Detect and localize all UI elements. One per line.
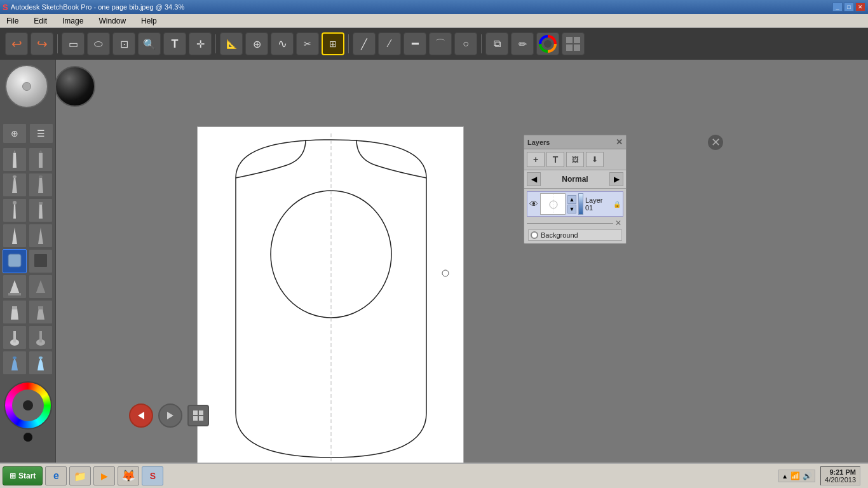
svg-rect-33 [39, 331, 42, 342]
ellipse-button[interactable]: ○ [454, 32, 477, 55]
svg-rect-47 [193, 416, 198, 421]
menu-help[interactable]: Help [137, 15, 161, 27]
symmetry-button[interactable]: ⊕ [245, 32, 268, 55]
crop-button[interactable]: ⊡ [112, 32, 135, 55]
undo-button[interactable]: ↩ [5, 32, 28, 55]
line-button[interactable]: ━ [403, 32, 426, 55]
text-layer-button[interactable]: T [546, 152, 564, 167]
add-layer-button[interactable]: + [527, 152, 545, 167]
layer-opacity-bar[interactable] [578, 193, 583, 215]
brush-size-outer[interactable] [5, 65, 48, 108]
image-layer-button[interactable]: 🖼 [566, 152, 584, 167]
blend-mode-row: ◀ Normal ▶ [524, 170, 626, 189]
marker-button[interactable] [29, 198, 53, 222]
menu-image[interactable]: Image [58, 15, 87, 27]
layer-panel: Layers ✕ + T 🖼 ⬇ ◀ Normal ▶ 👁 [524, 135, 627, 244]
pen-a-button[interactable]: ╱ [353, 32, 376, 55]
special-b-button[interactable] [29, 351, 53, 375]
svg-rect-31 [13, 331, 16, 342]
layer-visibility-eye[interactable]: 👁 [529, 199, 538, 209]
app-icon: S [3, 3, 8, 12]
eraser-hard-button[interactable] [29, 249, 53, 273]
panel-close-x[interactable]: ✕ [708, 135, 723, 150]
curve-button[interactable]: ∿ [271, 32, 294, 55]
layer-options-button[interactable]: ☰ [29, 123, 53, 144]
nav-forward-button[interactable] [158, 403, 182, 428]
time-display: 9:21 PM [825, 468, 856, 476]
shape-button[interactable]: ⌒ [429, 32, 452, 55]
svg-marker-6 [13, 153, 17, 168]
menu-file[interactable]: File [3, 15, 22, 27]
svg-marker-44 [167, 412, 173, 419]
stamp-a-button[interactable] [3, 300, 27, 324]
main-toolbar: ↩ ↪ ▭ ⬭ ⊡ 🔍 T ✛ 📐 ⊕ ∿ ✂ ⊞ ╱ ⁄ ━ ⌒ ○ ⧉ ✏ [0, 28, 868, 60]
nav-grid-button[interactable] [187, 405, 209, 426]
layers-panel-button[interactable]: ⧉ [485, 32, 508, 55]
brush-ex-a-button[interactable] [3, 325, 27, 349]
select-rect-button[interactable]: ▭ [62, 32, 85, 55]
sep1 [57, 34, 58, 53]
deform-button[interactable]: ✂ [296, 32, 319, 55]
maximize-button[interactable]: □ [844, 3, 854, 11]
ruler-button[interactable]: 📐 [220, 32, 243, 55]
blend-button[interactable] [29, 224, 53, 248]
blend-prev-button[interactable]: ◀ [527, 172, 541, 186]
taskbar-firefox[interactable]: 🦊 [118, 466, 139, 485]
layer-collapse-button[interactable]: ✕ [613, 219, 623, 227]
eraser-soft-button[interactable] [3, 249, 27, 273]
minimize-button[interactable]: _ [832, 3, 843, 11]
stamp-b-button[interactable] [29, 300, 53, 324]
color-wheel-button[interactable] [536, 32, 559, 55]
hard-brush-button[interactable] [29, 173, 53, 197]
move-layer-button[interactable]: ⊕ [3, 123, 27, 144]
text-button[interactable]: T [163, 32, 186, 55]
fill-button[interactable] [3, 274, 27, 299]
start-button[interactable]: ⊞ Start [3, 466, 43, 485]
taskbar-sketchbook[interactable]: S [142, 466, 163, 485]
canvas-area[interactable]: Layers ✕ + T 🖼 ⬇ ◀ Normal ▶ 👁 [56, 60, 868, 463]
svg-rect-20 [8, 254, 21, 267]
layer-up-button[interactable]: ▲ [567, 195, 576, 204]
layer-down-button[interactable]: ▼ [567, 205, 576, 214]
menu-window[interactable]: Window [95, 15, 130, 27]
active-selection-button[interactable]: ⊞ [322, 32, 344, 55]
pencil-button[interactable] [3, 147, 27, 172]
color-swatch-foreground[interactable] [55, 66, 95, 107]
layer-item-01[interactable]: 👁 ▲ ▼ Laye [527, 191, 623, 217]
background-radio[interactable] [531, 231, 538, 239]
special-a-button[interactable] [3, 351, 27, 375]
airbrush-button[interactable] [3, 198, 27, 222]
menu-edit[interactable]: Edit [30, 15, 51, 27]
close-button[interactable]: ✕ [855, 3, 865, 11]
svg-point-35 [13, 356, 17, 359]
ink-pen-button[interactable] [29, 147, 53, 172]
pen-b-button[interactable]: ⁄ [378, 32, 401, 55]
color-wheel-mini[interactable] [4, 381, 52, 430]
move-button[interactable]: ✛ [189, 32, 212, 55]
tray-expand[interactable]: ▲ [782, 473, 788, 480]
taskbar-ie[interactable]: e [45, 466, 67, 485]
titlebar-controls[interactable]: _ □ ✕ [832, 3, 865, 11]
svg-marker-16 [39, 203, 43, 219]
smudge-button[interactable] [3, 224, 27, 248]
lasso-button[interactable]: ⬭ [87, 32, 110, 55]
fill-b-button[interactable] [29, 274, 53, 299]
brush-ex-b-button[interactable] [29, 325, 53, 349]
drawing-canvas[interactable] [197, 126, 464, 463]
svg-marker-19 [38, 227, 43, 244]
layer-lock-icon[interactable]: 🔒 [613, 201, 621, 208]
layer-divider-row: ✕ [527, 219, 623, 227]
layer-panel-close[interactable]: ✕ [616, 137, 623, 147]
blend-next-button[interactable]: ▶ [609, 172, 623, 186]
taskbar-explorer[interactable]: 📁 [69, 466, 91, 485]
background-layer-item[interactable]: Background [528, 229, 622, 241]
brushes-panel-button[interactable]: ✏ [511, 32, 534, 55]
taskbar-media[interactable]: ▶ [93, 466, 115, 485]
grid-button[interactable] [562, 32, 585, 55]
soft-brush-button[interactable] [3, 173, 27, 197]
merge-layer-button[interactable]: ⬇ [586, 152, 604, 167]
zoom-button[interactable]: 🔍 [138, 32, 161, 55]
redo-button[interactable]: ↪ [31, 32, 53, 55]
nav-back-button[interactable] [129, 403, 153, 428]
svg-rect-27 [12, 306, 17, 309]
